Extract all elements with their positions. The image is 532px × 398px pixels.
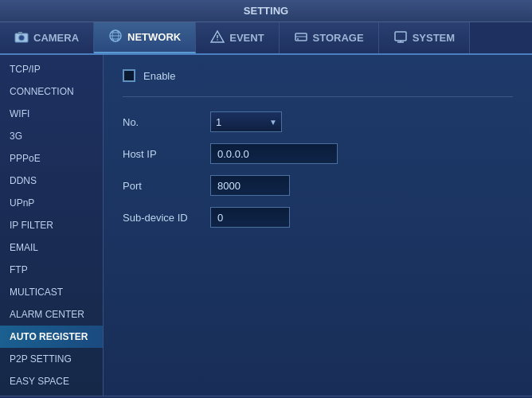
divider	[123, 96, 513, 97]
enable-label: Enable	[143, 70, 175, 82]
enable-checkbox[interactable]	[123, 69, 135, 82]
title-label: SETTING	[244, 5, 288, 17]
host-ip-label: Host IP	[123, 148, 210, 160]
sidebar-item-ddns[interactable]: DDNS	[0, 170, 103, 192]
svg-point-1	[19, 35, 25, 41]
system-tab-label: SYSTEM	[413, 32, 455, 44]
network-tab-icon	[108, 29, 123, 45]
network-tab-label: NETWORK	[127, 31, 181, 43]
title-bar: SETTING	[0, 0, 532, 22]
no-row: No. 1 2 3	[123, 111, 513, 132]
svg-rect-14	[395, 32, 406, 41]
no-label: No.	[123, 116, 210, 128]
port-input[interactable]	[210, 175, 290, 196]
system-tab-icon	[393, 29, 408, 46]
event-tab-label: EVENT	[229, 32, 264, 44]
port-label: Port	[123, 180, 210, 192]
sidebar: TCP/IP CONNECTION WIFI 3G PPPoE DDNS UPn…	[0, 55, 104, 396]
sidebar-item-upnp[interactable]: UPnP	[0, 192, 103, 214]
content-panel: Enable No. 1 2 3 Host IP Port	[104, 55, 532, 396]
enable-row: Enable	[123, 69, 513, 82]
sub-device-id-input[interactable]	[210, 207, 290, 228]
svg-point-13	[297, 38, 299, 40]
sidebar-item-switch[interactable]: SWITCH	[0, 392, 103, 398]
tab-network[interactable]: NETWORK	[94, 22, 196, 53]
sidebar-item-ftp[interactable]: FTP	[0, 259, 103, 281]
tab-system[interactable]: SYSTEM	[379, 22, 470, 53]
sidebar-item-connection[interactable]: CONNECTION	[0, 80, 103, 103]
port-row: Port	[123, 175, 513, 196]
sub-device-id-label: Sub-device ID	[123, 212, 210, 224]
tab-event[interactable]: EVENT	[196, 22, 279, 53]
sidebar-item-pppoe[interactable]: PPPoE	[0, 147, 103, 170]
tab-bar: CAMERA NETWORK EVENT	[0, 22, 532, 55]
camera-tab-label: CAMERA	[33, 32, 79, 44]
tab-camera[interactable]: CAMERA	[0, 22, 94, 53]
sub-device-id-row: Sub-device ID	[123, 207, 513, 228]
sidebar-item-3g[interactable]: 3G	[0, 125, 103, 147]
sidebar-item-easyspace[interactable]: EASY SPACE	[0, 370, 103, 392]
tab-storage[interactable]: STORAGE	[280, 22, 379, 53]
sidebar-item-multicast[interactable]: MULTICAST	[0, 281, 103, 303]
host-ip-row: Host IP	[123, 143, 513, 164]
storage-tab-label: STORAGE	[313, 32, 364, 44]
sidebar-item-autoregister[interactable]: AUTO REGISTER	[0, 326, 103, 348]
no-select[interactable]: 1 2 3	[210, 111, 282, 132]
svg-point-10	[217, 39, 218, 41]
sidebar-item-p2p[interactable]: P2P SETTING	[0, 348, 103, 370]
camera-tab-icon	[14, 29, 29, 46]
main-area: TCP/IP CONNECTION WIFI 3G PPPoE DDNS UPn…	[0, 55, 532, 396]
sidebar-item-alarmcenter[interactable]: ALARM CENTER	[0, 303, 103, 326]
sidebar-item-email[interactable]: EMAIL	[0, 236, 103, 259]
sidebar-item-ipfilter[interactable]: IP FILTER	[0, 214, 103, 236]
host-ip-input[interactable]	[210, 143, 338, 164]
no-select-wrap: 1 2 3	[210, 111, 282, 132]
sidebar-item-tcpip[interactable]: TCP/IP	[0, 58, 103, 80]
event-tab-icon	[210, 29, 225, 46]
storage-tab-icon	[294, 29, 308, 46]
svg-rect-2	[18, 32, 22, 34]
sidebar-item-wifi[interactable]: WIFI	[0, 103, 103, 125]
